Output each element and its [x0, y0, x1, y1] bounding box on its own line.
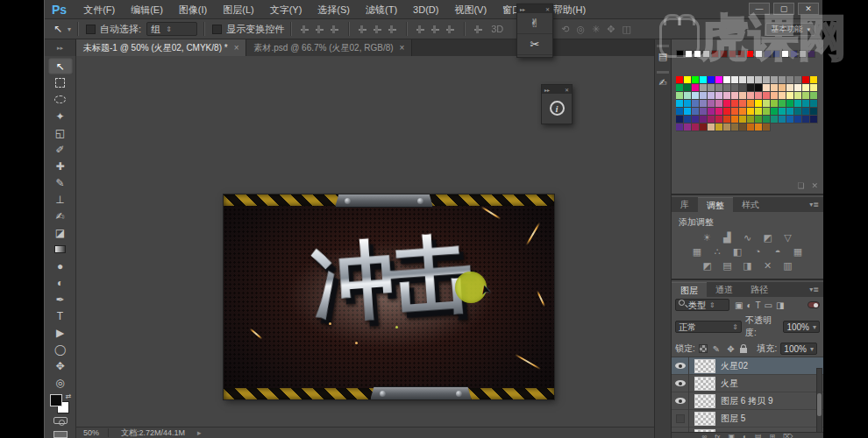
blur-tool[interactable]: ● — [48, 258, 73, 274]
swatch[interactable] — [747, 76, 755, 84]
swatch[interactable] — [715, 100, 723, 108]
layer-row[interactable]: 火星02 — [672, 357, 823, 375]
layer-row[interactable]: 图层 6 拷贝 9 — [672, 392, 823, 410]
exposure-icon[interactable]: ◩ — [760, 231, 775, 244]
delete-swatch-icon[interactable]: ✕ — [811, 181, 818, 190]
new-swatch-icon[interactable]: ❏ — [797, 181, 804, 190]
filter-type-layers-icon[interactable]: T — [756, 300, 761, 310]
recent-swatch[interactable] — [746, 50, 754, 58]
marquee-tool[interactable] — [48, 74, 73, 91]
swatch[interactable] — [747, 116, 755, 124]
swatch[interactable] — [739, 100, 747, 108]
swatch[interactable] — [763, 84, 771, 92]
swatch[interactable] — [779, 84, 786, 92]
selective-color-icon[interactable]: ✕ — [760, 259, 775, 272]
eraser-tool[interactable]: ◪ — [48, 224, 73, 241]
move-tool[interactable]: ↖ — [48, 58, 73, 74]
panel-menu-icon[interactable]: ▾≣ — [809, 282, 823, 297]
filter-pixel-layers-icon[interactable]: ▣ — [735, 300, 743, 310]
auto-select-checkbox[interactable] — [86, 25, 96, 34]
swatch[interactable] — [708, 116, 715, 124]
swatch[interactable] — [731, 76, 739, 84]
layer-row[interactable]: 图层 5 — [672, 410, 823, 427]
swatch[interactable] — [802, 108, 810, 116]
swatch[interactable] — [786, 108, 794, 116]
swatch[interactable] — [700, 84, 708, 92]
filter-smart-objects-icon[interactable]: ◨ — [776, 300, 784, 310]
minimize-button[interactable]: — — [749, 3, 770, 15]
layer-style-icon[interactable]: fx — [715, 433, 720, 438]
swatch[interactable] — [676, 76, 684, 84]
swatch[interactable] — [731, 84, 739, 92]
color-balance-icon[interactable]: ∴ — [710, 245, 725, 258]
swatch[interactable] — [802, 84, 810, 92]
visibility-toggle[interactable] — [672, 410, 689, 427]
tab-通道[interactable]: 通道 — [707, 282, 742, 297]
swatch[interactable] — [692, 76, 700, 84]
align-top-icon[interactable] — [300, 25, 309, 34]
tab-样式[interactable]: 样式 — [733, 197, 768, 212]
swatch[interactable] — [810, 76, 818, 84]
lock-transparency-icon[interactable] — [699, 344, 708, 353]
recent-swatch[interactable] — [685, 50, 693, 58]
swatch[interactable] — [755, 84, 763, 92]
brightness-contrast-icon[interactable]: ☀ — [700, 231, 715, 244]
swatch[interactable] — [684, 124, 692, 131]
layer-row[interactable]: 火星 — [672, 375, 823, 392]
panel-collapse-icon[interactable]: ▸▸ — [520, 6, 525, 12]
zoom-level-field[interactable]: 50% — [83, 428, 109, 437]
foreground-color-swatch[interactable] — [50, 394, 62, 406]
recent-swatch[interactable] — [720, 50, 728, 58]
swatch[interactable] — [739, 108, 747, 116]
swatch[interactable] — [715, 92, 723, 100]
swatch[interactable] — [739, 92, 747, 100]
swatch[interactable] — [700, 116, 708, 124]
swatch[interactable] — [739, 116, 747, 124]
menu-item-图像(I)[interactable]: 图像(I) — [171, 0, 215, 19]
gradient-map-icon[interactable]: ▥ — [780, 259, 795, 272]
tool-preset-chevron-icon[interactable]: ▾ — [68, 25, 71, 33]
swatch[interactable] — [786, 76, 794, 84]
swatch[interactable] — [684, 108, 692, 116]
swatch[interactable] — [700, 76, 708, 84]
collapsed-swatches-panel-icon[interactable]: ▤ — [656, 45, 670, 62]
swatch[interactable] — [755, 92, 763, 100]
tab-库[interactable]: 库 — [672, 197, 698, 212]
swatch[interactable] — [715, 76, 723, 84]
foreground-background-colors[interactable]: ⇄ — [50, 394, 71, 410]
swatch[interactable] — [771, 92, 779, 100]
swatch[interactable] — [747, 100, 755, 108]
quick-mask-button[interactable] — [53, 417, 68, 424]
visibility-toggle[interactable] — [672, 375, 689, 392]
swatch[interactable] — [684, 84, 692, 92]
3d-hand-tool-icon[interactable]: ✌ — [517, 13, 552, 34]
tab-路径[interactable]: 路径 — [742, 282, 777, 297]
menu-item-文字(Y)[interactable]: 文字(Y) — [262, 0, 310, 19]
menu-item-选择(S)[interactable]: 选择(S) — [309, 0, 358, 19]
3d-slide-icon[interactable]: ✥ — [607, 24, 615, 35]
recent-swatch[interactable] — [737, 50, 745, 58]
swatch[interactable] — [771, 100, 779, 108]
layer-thumbnail[interactable] — [694, 394, 715, 408]
swatch[interactable] — [692, 100, 700, 108]
swatch[interactable] — [802, 92, 810, 100]
swatch[interactable] — [763, 100, 771, 108]
layer-group-icon[interactable]: ▤ — [755, 433, 762, 438]
swatch[interactable] — [755, 100, 763, 108]
recent-swatch[interactable] — [702, 50, 710, 58]
opacity-field[interactable]: 100% ▾ — [783, 321, 820, 333]
swatch[interactable] — [810, 108, 818, 116]
distribute-bottom-icon[interactable] — [445, 25, 455, 34]
swatch[interactable] — [739, 84, 747, 92]
eyedropper-tool[interactable]: ✐ — [48, 141, 73, 158]
3d-roll-icon[interactable]: ◎ — [576, 24, 585, 35]
swatch[interactable] — [684, 116, 692, 124]
swatch[interactable] — [794, 84, 802, 92]
swatch[interactable] — [802, 76, 810, 84]
swatch[interactable] — [763, 92, 771, 100]
swatch[interactable] — [747, 84, 755, 92]
swatch[interactable] — [723, 124, 731, 131]
dodge-tool[interactable]: ◐ — [48, 274, 73, 291]
swatch[interactable] — [786, 92, 794, 100]
align-bottom-icon[interactable] — [330, 25, 339, 34]
